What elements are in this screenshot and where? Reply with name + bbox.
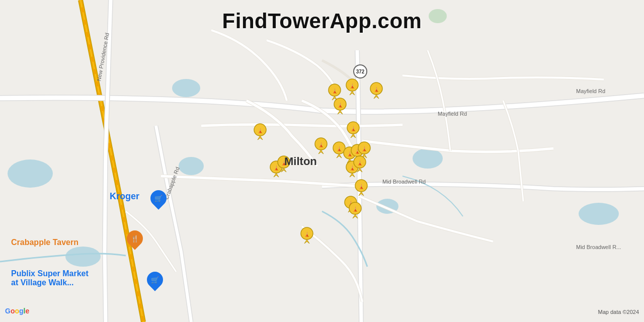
svg-point-2 (172, 79, 200, 97)
svg-point-6 (65, 247, 101, 267)
route-badge-372: 372 (353, 64, 367, 78)
map-container[interactable]: FindTowerApp.com New Providence Rd Craba… (0, 0, 644, 322)
kroger-pin[interactable]: 🛒 (150, 190, 167, 206)
crabapple-tavern-pin[interactable]: 🍴 (127, 230, 143, 247)
google-logo: Google (5, 307, 29, 315)
svg-point-4 (579, 203, 619, 225)
site-title: FindTowerApp.com (222, 9, 422, 33)
map-data-text: Map data ©2024 (598, 309, 639, 315)
map-svg (0, 0, 644, 322)
svg-point-7 (429, 9, 447, 23)
svg-point-0 (8, 159, 53, 188)
publix-pin[interactable]: 🛒 (147, 272, 163, 288)
svg-point-3 (413, 148, 443, 169)
svg-point-1 (179, 157, 204, 175)
